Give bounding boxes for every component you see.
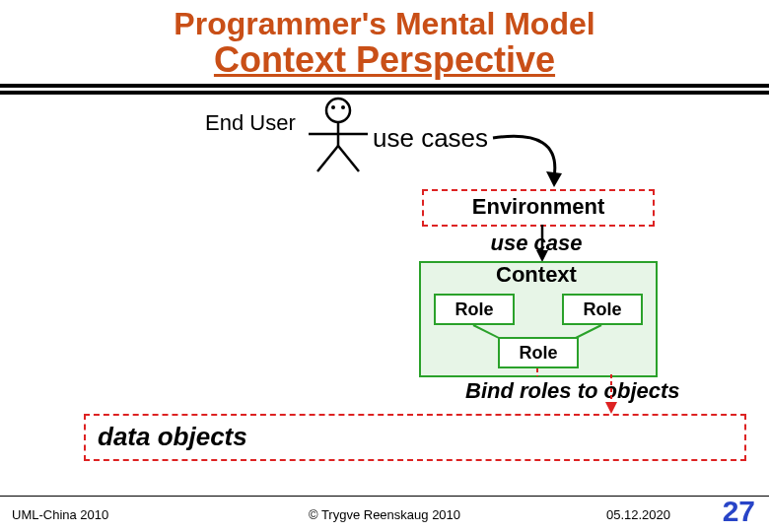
data-objects-box: data objects bbox=[84, 414, 746, 461]
title-rule-1 bbox=[0, 84, 769, 88]
title-line-2: Context Perspective bbox=[0, 39, 769, 81]
data-objects-label: data objects bbox=[98, 422, 247, 451]
environment-box: Environment bbox=[422, 189, 655, 227]
end-user-label: End User bbox=[205, 110, 296, 136]
svg-point-1 bbox=[331, 105, 335, 109]
stick-figure-icon bbox=[304, 97, 373, 179]
title-rule-2 bbox=[0, 91, 769, 95]
title-line-1: Programmer's Mental Model bbox=[0, 6, 769, 42]
svg-marker-7 bbox=[546, 171, 562, 187]
svg-marker-14 bbox=[605, 402, 617, 414]
svg-line-6 bbox=[338, 146, 359, 171]
role-box-top-right: Role bbox=[562, 294, 643, 325]
role-label: Role bbox=[583, 299, 621, 319]
role-label: Role bbox=[519, 343, 557, 363]
role-box-top-left: Role bbox=[434, 294, 515, 325]
context-label: Context bbox=[419, 262, 654, 288]
svg-point-2 bbox=[341, 105, 345, 109]
slide: Programmer's Mental Model Context Perspe… bbox=[0, 0, 769, 532]
footer-date: 05.12.2020 bbox=[606, 507, 670, 522]
svg-line-5 bbox=[317, 146, 338, 171]
svg-point-0 bbox=[326, 99, 350, 122]
footer-page-number: 27 bbox=[723, 495, 755, 528]
footer-rule bbox=[0, 496, 769, 497]
environment-label: Environment bbox=[472, 194, 604, 219]
role-label: Role bbox=[454, 299, 493, 319]
role-box-bottom: Role bbox=[498, 337, 579, 368]
use-cases-label: use cases bbox=[373, 123, 488, 154]
